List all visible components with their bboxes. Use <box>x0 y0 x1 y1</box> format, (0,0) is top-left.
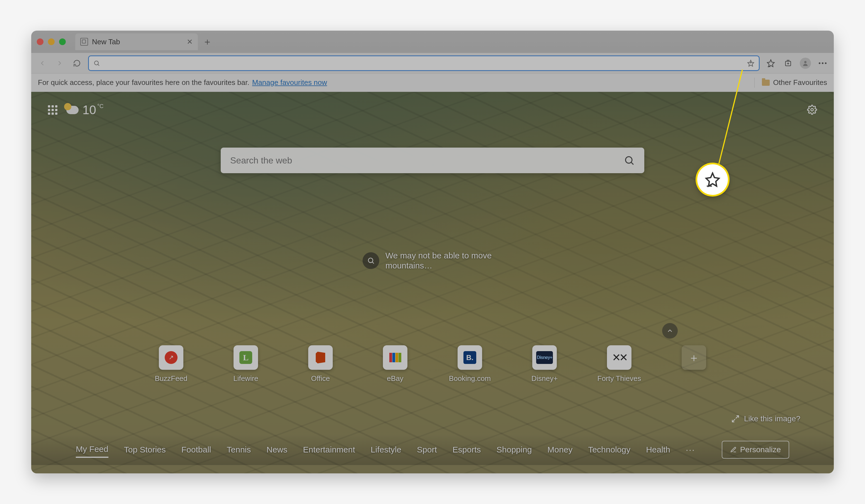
tab-close-button[interactable]: ✕ <box>187 38 193 46</box>
feed-tab-football[interactable]: Football <box>182 442 211 457</box>
lifewire-icon: L <box>239 351 252 364</box>
quick-link-office[interactable]: Office <box>308 345 333 383</box>
quick-links: ↗ BuzzFeed L Lifewire Office eBay B. Boo… <box>158 345 707 383</box>
web-search-input[interactable] <box>230 155 618 166</box>
quick-link-forty-thieves[interactable]: ✕✕ Forty Thieves <box>607 345 632 383</box>
more-icon <box>819 62 827 64</box>
other-favourites-folder[interactable]: Other Favourites <box>773 78 827 87</box>
quick-link-buzzfeed[interactable]: ↗ BuzzFeed <box>158 345 184 383</box>
search-submit-button[interactable] <box>624 155 635 166</box>
feed-tab-technology[interactable]: Technology <box>588 442 630 457</box>
collapse-tiles-button[interactable] <box>662 323 678 339</box>
feed-tab-money[interactable]: Money <box>547 442 573 457</box>
window-controls <box>37 38 66 45</box>
tab-favicon-icon <box>80 38 88 46</box>
maximize-window-button[interactable] <box>59 38 66 45</box>
image-quote[interactable]: We may not be able to move mountains… <box>362 250 503 271</box>
svg-point-5 <box>368 258 373 262</box>
svg-point-3 <box>811 109 814 111</box>
address-input[interactable] <box>104 59 743 67</box>
quick-link-ebay[interactable]: eBay <box>382 345 408 383</box>
menu-button[interactable] <box>817 57 829 69</box>
titlebar: New Tab ✕ ＋ <box>31 31 834 53</box>
disney-icon: Disney+ <box>536 351 553 364</box>
buzzfeed-icon: ↗ <box>165 351 177 364</box>
svg-point-4 <box>626 157 632 163</box>
feed-tab-tennis[interactable]: Tennis <box>227 442 251 457</box>
web-search-box[interactable] <box>221 148 644 173</box>
image-search-icon <box>362 252 379 269</box>
manage-favourites-link[interactable]: Manage favourites now <box>252 78 327 87</box>
plus-icon: ＋ <box>688 350 700 365</box>
add-quick-link-button[interactable]: ＋ <box>681 345 707 383</box>
favourites-button[interactable] <box>765 57 777 69</box>
feed-tabs: My Feed Top Stories Football Tennis News… <box>31 434 834 465</box>
weather-icon <box>66 106 79 114</box>
feed-tab-news[interactable]: News <box>266 442 287 457</box>
quote-text: We may not be able to move mountains… <box>385 250 503 271</box>
quick-link-disney[interactable]: Disney+ Disney+ <box>532 345 557 383</box>
page-settings-button[interactable] <box>807 105 817 115</box>
search-icon <box>93 60 100 67</box>
minimize-window-button[interactable] <box>48 38 55 45</box>
personalize-button[interactable]: Personalize <box>722 441 789 459</box>
toolbar <box>31 53 834 73</box>
close-window-button[interactable] <box>37 38 44 45</box>
forward-button[interactable] <box>54 57 66 69</box>
feed-tab-sport[interactable]: Sport <box>417 442 437 457</box>
new-tab-content: 10°C We may not be able to move mountain… <box>31 92 834 473</box>
folder-icon <box>762 80 770 86</box>
feed-tab-entertainment[interactable]: Entertainment <box>303 442 355 457</box>
forty-thieves-icon: ✕✕ <box>612 351 626 364</box>
browser-window: New Tab ✕ ＋ <box>31 31 834 473</box>
avatar-icon <box>800 58 811 69</box>
ebay-icon <box>389 353 401 362</box>
browser-tab[interactable]: New Tab ✕ <box>75 33 198 50</box>
new-tab-button[interactable]: ＋ <box>202 36 213 47</box>
collections-button[interactable] <box>782 57 794 69</box>
bookmarks-bar: For quick access, place your favourites … <box>31 73 834 92</box>
svg-point-2 <box>804 61 807 63</box>
temperature: 10°C <box>82 103 103 117</box>
profile-button[interactable] <box>799 57 811 69</box>
quick-link-booking[interactable]: B. Booking.com <box>457 345 483 383</box>
like-image-button[interactable]: Like this image? <box>731 414 800 423</box>
feed-tab-shopping[interactable]: Shopping <box>497 442 532 457</box>
app-launcher-button[interactable] <box>48 105 57 115</box>
refresh-button[interactable] <box>71 57 83 69</box>
separator <box>754 78 755 88</box>
feed-tab-top-stories[interactable]: Top Stories <box>124 442 166 457</box>
office-icon <box>316 352 325 363</box>
add-favourite-icon[interactable] <box>747 60 754 67</box>
feed-tab-lifestyle[interactable]: Lifestyle <box>371 442 401 457</box>
booking-icon: B. <box>463 351 476 364</box>
expand-icon <box>731 414 740 423</box>
pencil-icon <box>730 446 737 453</box>
feed-tab-health[interactable]: Health <box>646 442 670 457</box>
feed-tab-my-feed[interactable]: My Feed <box>76 442 108 458</box>
feed-more-button[interactable]: ··· <box>686 445 695 455</box>
back-button[interactable] <box>36 57 48 69</box>
feed-tab-esports[interactable]: Esports <box>452 442 481 457</box>
tab-title: New Tab <box>92 38 120 46</box>
weather-widget[interactable]: 10°C <box>66 103 103 117</box>
bookmarks-hint: For quick access, place your favourites … <box>38 78 250 87</box>
address-bar[interactable] <box>88 56 760 71</box>
svg-point-0 <box>94 61 99 65</box>
quick-link-lifewire[interactable]: L Lifewire <box>233 345 258 383</box>
